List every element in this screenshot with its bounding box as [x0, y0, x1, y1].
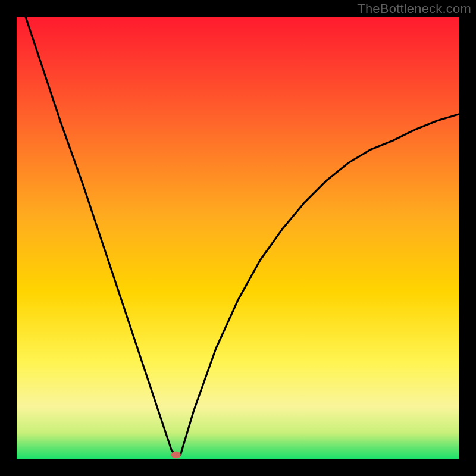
plot-area [17, 17, 459, 459]
chart-svg [17, 17, 459, 459]
gradient-background [17, 17, 459, 459]
chart-frame: TheBottleneck.com [0, 0, 476, 476]
watermark-label: TheBottleneck.com [357, 1, 471, 17]
optimum-marker [171, 452, 181, 459]
